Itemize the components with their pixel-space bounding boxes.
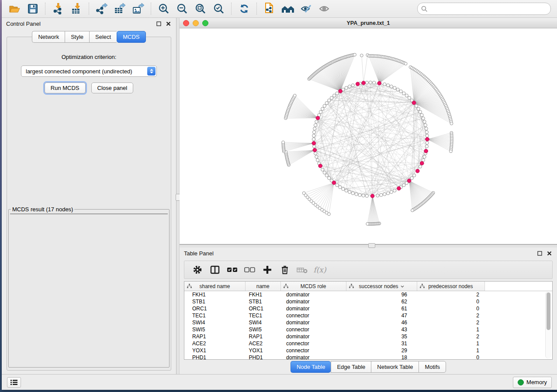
network-node[interactable] bbox=[380, 193, 383, 196]
mcds-node[interactable] bbox=[339, 89, 343, 93]
network-node[interactable] bbox=[336, 184, 339, 187]
mcds-node[interactable] bbox=[332, 181, 336, 185]
network-node[interactable] bbox=[312, 131, 315, 134]
minimize-window-icon[interactable] bbox=[193, 20, 199, 26]
network-node[interactable] bbox=[321, 168, 324, 171]
network-node[interactable] bbox=[408, 96, 411, 100]
network-node[interactable] bbox=[373, 81, 376, 84]
network-node[interactable] bbox=[450, 122, 453, 125]
node-table-row[interactable]: ORC1ORC1dominator610 bbox=[184, 305, 552, 312]
column-header-shared-name[interactable]: shared name bbox=[184, 282, 246, 291]
network-node[interactable] bbox=[351, 192, 354, 195]
node-table-row[interactable]: RAP1RAP1dominator352 bbox=[184, 333, 552, 340]
mcds-node[interactable] bbox=[318, 164, 322, 168]
mcds-node[interactable] bbox=[407, 179, 411, 183]
tab-style[interactable]: Style bbox=[65, 31, 89, 43]
mcds-node[interactable] bbox=[420, 162, 424, 165]
maximize-window-icon[interactable] bbox=[202, 20, 208, 26]
node-table-row[interactable]: SWI4SWI4dominator462 bbox=[184, 319, 552, 326]
network-canvas[interactable] bbox=[180, 28, 557, 244]
network-node[interactable] bbox=[405, 94, 408, 97]
delete-row-button[interactable] bbox=[276, 263, 294, 277]
node-table-row[interactable]: FKH1FKH1dominator962 bbox=[184, 291, 552, 299]
network-node[interactable] bbox=[302, 192, 305, 195]
network-node[interactable] bbox=[402, 92, 405, 95]
search-input[interactable] bbox=[428, 5, 547, 12]
node-table-row[interactable]: YOX1YOX1connector291 bbox=[184, 347, 552, 354]
network-node[interactable] bbox=[342, 187, 345, 190]
network-node[interactable] bbox=[410, 176, 413, 179]
network-node[interactable] bbox=[330, 96, 333, 100]
network-node[interactable] bbox=[360, 54, 363, 57]
network-node[interactable] bbox=[293, 94, 296, 97]
mcds-node[interactable] bbox=[412, 101, 416, 105]
network-node[interactable] bbox=[351, 84, 354, 87]
network-node[interactable] bbox=[321, 107, 324, 110]
network-node[interactable] bbox=[422, 117, 425, 120]
tab-edge-table[interactable]: Edge Table bbox=[331, 361, 371, 373]
network-node[interactable] bbox=[336, 92, 339, 95]
network-node[interactable] bbox=[413, 174, 416, 177]
show-hidden-button[interactable] bbox=[315, 1, 334, 16]
network-node[interactable] bbox=[358, 193, 361, 196]
network-from-file-button[interactable] bbox=[260, 1, 279, 16]
network-node[interactable] bbox=[404, 62, 407, 65]
import-network-button[interactable] bbox=[49, 1, 67, 16]
horizontal-splitter[interactable] bbox=[180, 244, 557, 248]
network-node[interactable] bbox=[419, 110, 422, 113]
table-scrollbar[interactable] bbox=[545, 292, 551, 358]
mcds-result-item[interactable]: PHD1 bbox=[10, 214, 167, 214]
network-node[interactable] bbox=[383, 83, 386, 86]
network-node[interactable] bbox=[314, 152, 317, 155]
mcds-node[interactable] bbox=[362, 81, 366, 85]
node-table-row[interactable]: STB1STB1dominator620 bbox=[184, 298, 552, 305]
memory-button[interactable]: Memory bbox=[513, 377, 552, 388]
delete-table-button[interactable] bbox=[294, 263, 311, 277]
network-node[interactable] bbox=[423, 155, 426, 158]
network-node[interactable] bbox=[420, 113, 423, 117]
import-table-button[interactable] bbox=[67, 1, 86, 16]
mcds-node[interactable] bbox=[316, 116, 320, 120]
optimization-criterion-select[interactable]: largest connected component (undirected) bbox=[21, 65, 157, 77]
close-window-icon[interactable] bbox=[183, 20, 189, 26]
network-node[interactable] bbox=[355, 193, 358, 196]
column-header-predecessor-nodes[interactable]: predecessor nodes bbox=[417, 282, 484, 291]
network-node[interactable] bbox=[450, 150, 453, 153]
network-node[interactable] bbox=[402, 184, 405, 187]
close-panel-icon[interactable] bbox=[165, 20, 172, 27]
first-neighbors-button[interactable] bbox=[279, 1, 297, 16]
network-node[interactable] bbox=[315, 155, 318, 158]
network-node[interactable] bbox=[314, 124, 317, 127]
network-node[interactable] bbox=[423, 120, 426, 123]
network-node[interactable] bbox=[328, 176, 331, 179]
network-node[interactable] bbox=[365, 194, 368, 197]
zoom-fit-button[interactable] bbox=[191, 1, 210, 16]
export-image-button[interactable] bbox=[129, 1, 148, 16]
network-node[interactable] bbox=[419, 165, 422, 168]
network-node[interactable] bbox=[369, 81, 372, 84]
zoom-out-button[interactable] bbox=[173, 1, 191, 16]
node-table-row[interactable]: ACE2ACE2connector311 bbox=[184, 340, 552, 347]
column-header-MCDS-role[interactable]: MCDS role bbox=[280, 282, 346, 291]
network-node[interactable] bbox=[415, 104, 418, 107]
network-node[interactable] bbox=[319, 110, 322, 113]
tab-network-table[interactable]: Network Table bbox=[371, 361, 419, 373]
network-node[interactable] bbox=[425, 145, 428, 148]
run-mcds-button[interactable]: Run MCDS bbox=[45, 83, 86, 93]
mcds-node[interactable] bbox=[356, 82, 360, 86]
network-node[interactable] bbox=[376, 194, 379, 197]
close-panel-button[interactable]: Close panel bbox=[91, 83, 134, 93]
network-node[interactable] bbox=[348, 85, 351, 88]
save-session-button[interactable] bbox=[24, 1, 42, 16]
mcds-node[interactable] bbox=[415, 169, 419, 173]
mcds-node[interactable] bbox=[397, 186, 401, 190]
tab-motifs[interactable]: Motifs bbox=[419, 361, 446, 373]
table-settings-button[interactable] bbox=[189, 263, 206, 277]
network-node[interactable] bbox=[282, 141, 285, 144]
network-node[interactable] bbox=[339, 186, 342, 189]
network-node[interactable] bbox=[383, 193, 386, 196]
network-node[interactable] bbox=[333, 94, 336, 97]
network-node[interactable] bbox=[362, 194, 365, 197]
network-node[interactable] bbox=[365, 81, 368, 84]
network-node[interactable] bbox=[325, 174, 328, 177]
